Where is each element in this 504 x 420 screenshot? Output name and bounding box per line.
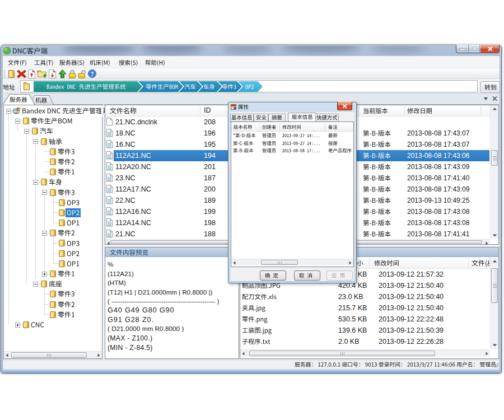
svg-text:?: ? — [90, 71, 94, 77]
